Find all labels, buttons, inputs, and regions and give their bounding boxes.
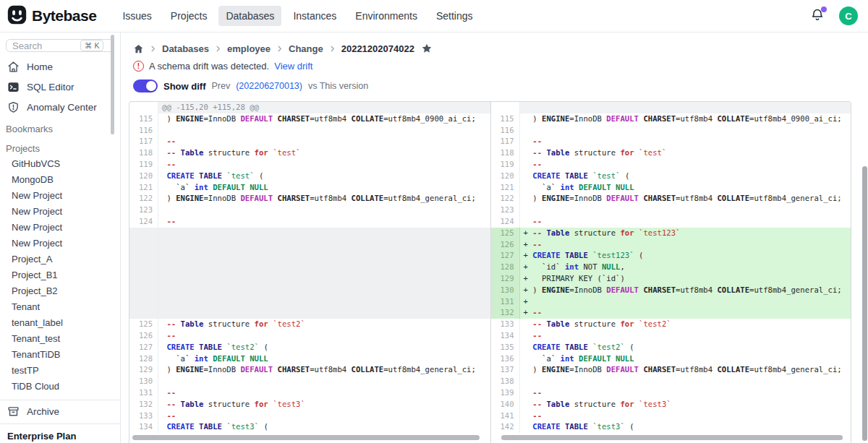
sidebar-item-home[interactable]: Home bbox=[0, 56, 120, 77]
diff-line: 125 -- Table structure for `test2` bbox=[129, 319, 490, 330]
project-item[interactable]: TiDB Cloud bbox=[0, 379, 120, 395]
chevron-right-icon bbox=[276, 45, 284, 53]
sidebar-item-archive[interactable]: Archive bbox=[0, 400, 120, 422]
code-line: CREATE TABLE `test2` ( bbox=[520, 342, 851, 353]
diff-line bbox=[129, 250, 490, 262]
line-number bbox=[129, 239, 158, 251]
nav-item-issues[interactable]: Issues bbox=[115, 6, 158, 26]
line-number: 119 bbox=[491, 159, 520, 171]
notifications-button[interactable] bbox=[810, 8, 826, 24]
breadcrumb-item[interactable]: employee bbox=[227, 43, 271, 54]
project-item[interactable]: Project_B2 bbox=[0, 283, 120, 299]
project-item[interactable]: New Project bbox=[0, 188, 120, 204]
breadcrumb-item[interactable]: Change bbox=[289, 43, 323, 54]
breadcrumb-home-icon[interactable] bbox=[133, 43, 144, 54]
code-line: + -- bbox=[520, 239, 851, 251]
bytebase-logo[interactable]: Bytebase bbox=[7, 5, 96, 27]
star-icon[interactable] bbox=[420, 43, 433, 54]
code-line: -- bbox=[158, 136, 490, 147]
breadcrumb-item[interactable]: Databases bbox=[162, 43, 209, 54]
code-line: `a` int DEFAULT NULL bbox=[158, 182, 490, 194]
diff-left-horizontal-scrollbar[interactable] bbox=[132, 435, 480, 440]
code-line bbox=[158, 376, 490, 387]
diff-panel: @@ -115,20 +115,28 @@115 ) ENGINE=InnoDB… bbox=[129, 101, 851, 443]
schema-drift-alert: ! A schema drift was detected. View drif… bbox=[121, 54, 868, 72]
code-line bbox=[158, 125, 490, 137]
project-list: GitHubVCSMongoDBNew ProjectNew ProjectNe… bbox=[0, 156, 120, 395]
line-number: 134 bbox=[129, 421, 158, 433]
line-number: 123 bbox=[491, 205, 520, 216]
bytebase-logo-icon bbox=[7, 5, 27, 27]
line-number: 125 bbox=[491, 228, 520, 239]
sidebar-menu: HomeSQL EditorAnomaly Center bbox=[0, 56, 120, 117]
search-input[interactable] bbox=[12, 40, 77, 51]
line-number: 121 bbox=[491, 182, 520, 194]
project-item[interactable]: GitHubVCS bbox=[0, 156, 120, 172]
line-number: 118 bbox=[491, 147, 520, 159]
line-number: 130 bbox=[491, 285, 520, 296]
view-drift-link[interactable]: View drift bbox=[274, 61, 312, 72]
diff-line: 128 `a` int DEFAULT NULL bbox=[129, 353, 490, 365]
page-scrollbar[interactable] bbox=[862, 166, 867, 441]
project-item[interactable]: Tenant bbox=[0, 299, 120, 315]
diff-line bbox=[129, 273, 490, 285]
line-number bbox=[129, 273, 158, 285]
project-item[interactable]: TenantTiDB bbox=[0, 347, 120, 363]
project-item[interactable]: Project_B1 bbox=[0, 267, 120, 283]
nav-item-settings[interactable]: Settings bbox=[429, 6, 480, 26]
project-item[interactable]: tenant_label bbox=[0, 315, 120, 331]
project-item[interactable]: MongoDB bbox=[0, 172, 120, 188]
prev-version-link[interactable]: (202206270013) bbox=[236, 81, 302, 91]
diff-line: 132+ -- bbox=[491, 307, 851, 319]
diff-line: 141 -- bbox=[491, 410, 851, 422]
sidebar-item-label: SQL Editor bbox=[27, 82, 75, 93]
diff-line: 121 `a` int DEFAULT NULL bbox=[129, 182, 490, 194]
code-line: -- Table structure for `test2` bbox=[520, 319, 851, 330]
code-line: ) ENGINE=InnoDB DEFAULT CHARSET=utf8mb4 … bbox=[158, 113, 490, 125]
code-line bbox=[520, 205, 851, 216]
diff-right-horizontal-scrollbar[interactable] bbox=[501, 435, 843, 440]
main-nav: IssuesProjectsDatabasesInstancesEnvironm… bbox=[115, 6, 480, 26]
line-number: 118 bbox=[129, 147, 158, 159]
line-number: 117 bbox=[129, 136, 158, 147]
diff-line: 125+ -- Table structure for `test123` bbox=[491, 228, 851, 239]
code-line: -- bbox=[520, 330, 851, 342]
code-line: ) ENGINE=InnoDB DEFAULT CHARSET=utf8mb4 … bbox=[520, 364, 851, 376]
show-diff-toggle[interactable] bbox=[133, 79, 158, 93]
breadcrumb-item[interactable]: 20221202074022 bbox=[341, 43, 414, 54]
diff-line: 137 ) ENGINE=InnoDB DEFAULT CHARSET=utf8… bbox=[491, 364, 851, 376]
sidebar-scrollbar[interactable] bbox=[111, 35, 114, 134]
code-line bbox=[158, 273, 490, 285]
nav-item-environments[interactable]: Environments bbox=[348, 6, 425, 26]
diff-line bbox=[129, 296, 490, 308]
diff-line: 131 -- bbox=[129, 387, 490, 399]
line-number: 115 bbox=[129, 113, 158, 125]
project-item[interactable]: testTP bbox=[0, 363, 120, 379]
code-line bbox=[158, 262, 490, 273]
nav-item-instances[interactable]: Instances bbox=[286, 6, 344, 26]
diff-line: 131+ bbox=[491, 296, 851, 308]
project-item[interactable]: New Project bbox=[0, 204, 120, 220]
line-number: 139 bbox=[491, 387, 520, 399]
code-line bbox=[158, 250, 490, 262]
avatar[interactable]: C bbox=[839, 7, 858, 25]
project-item[interactable]: New Project bbox=[0, 220, 120, 236]
line-number bbox=[129, 307, 158, 319]
diff-toolbar: Show diff Prev (202206270013) vs This ve… bbox=[121, 72, 868, 93]
project-item[interactable]: Tenant_test bbox=[0, 331, 120, 347]
search-box[interactable]: ⌘ K bbox=[6, 39, 114, 52]
project-item[interactable]: Project_A bbox=[0, 251, 120, 267]
code-line: -- Table structure for `test` bbox=[158, 147, 490, 159]
nav-item-databases[interactable]: Databases bbox=[218, 6, 281, 26]
code-line: ) ENGINE=InnoDB DEFAULT CHARSET=utf8mb4 … bbox=[520, 113, 851, 125]
sidebar-item-sql-editor[interactable]: SQL Editor bbox=[0, 77, 120, 97]
project-item[interactable]: New Project bbox=[0, 236, 120, 251]
nav-item-projects[interactable]: Projects bbox=[163, 6, 215, 26]
diff-line: 117 -- bbox=[129, 136, 490, 147]
diff-column-left: @@ -115,20 +115,28 @@115 ) ENGINE=InnoDB… bbox=[129, 102, 490, 443]
code-line: + PRIMARY KEY (`id`) bbox=[520, 273, 851, 285]
code-line bbox=[158, 205, 490, 216]
sidebar-item-anomaly-center[interactable]: Anomaly Center bbox=[0, 97, 120, 117]
line-number: 130 bbox=[129, 376, 158, 387]
code-line bbox=[158, 307, 490, 319]
